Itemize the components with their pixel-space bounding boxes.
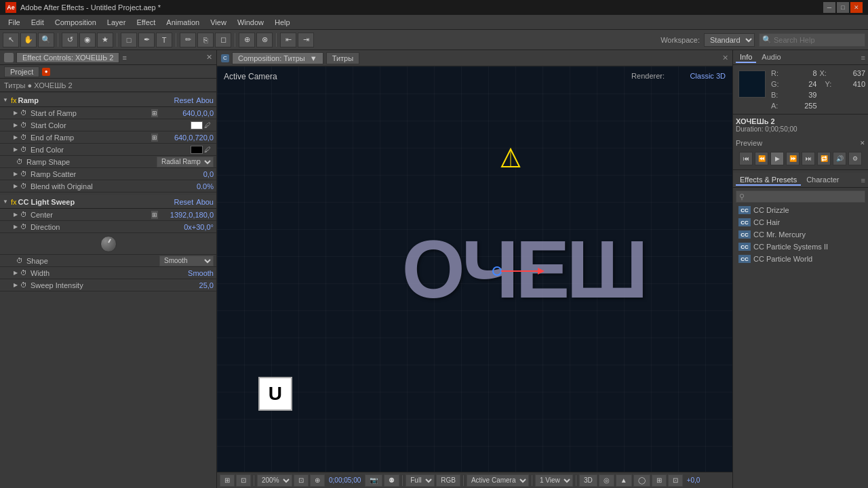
panel-color-btn[interactable] bbox=[4, 53, 14, 62]
roto-tool[interactable]: ⊕ bbox=[239, 33, 255, 47]
ramp-about-btn[interactable]: Abou bbox=[196, 96, 214, 104]
menu-effect[interactable]: Effect bbox=[131, 17, 161, 28]
comp-tab[interactable]: Composition: Титры ▼ bbox=[232, 52, 323, 64]
prev-last-btn[interactable]: ⏭ bbox=[802, 152, 815, 165]
direction-knob[interactable] bbox=[100, 236, 117, 252]
audio-tab[interactable]: Audio bbox=[757, 52, 785, 63]
effect-controls-tab[interactable]: Effect Controls: ХОЧЕШЬ 2 bbox=[16, 52, 119, 63]
close-button[interactable]: ✕ bbox=[850, 2, 863, 13]
select-tool[interactable]: ↖ bbox=[3, 33, 19, 47]
blend-expand[interactable]: ▶ bbox=[14, 183, 18, 189]
camera-tool[interactable]: ◉ bbox=[79, 33, 96, 47]
rect-tool[interactable]: □ bbox=[121, 33, 137, 47]
direction-value[interactable]: 0x+30,0° bbox=[159, 223, 214, 231]
align-right[interactable]: ⇥ bbox=[298, 33, 314, 47]
motion-blur-btn[interactable]: ◎ bbox=[599, 474, 614, 487]
character-tab[interactable]: Character bbox=[802, 175, 843, 186]
renderer-value[interactable]: Classic 3D bbox=[690, 72, 726, 80]
menu-window[interactable]: Window bbox=[232, 17, 269, 28]
project-record-btn[interactable]: ● bbox=[42, 68, 50, 76]
camera-btn[interactable]: 📷 bbox=[365, 474, 382, 487]
center-icon[interactable]: ⊞ bbox=[151, 211, 158, 219]
panel-close-btn[interactable]: ✕ bbox=[206, 53, 212, 62]
direction-stopwatch[interactable]: ⏱ bbox=[20, 223, 28, 231]
zoom-tool[interactable]: 🔍 bbox=[38, 33, 54, 47]
blend-stopwatch[interactable]: ⏱ bbox=[20, 182, 28, 190]
fx-search-input[interactable] bbox=[746, 192, 862, 201]
start-ramp-value[interactable]: 640,0,0,0 bbox=[159, 109, 214, 117]
start-color-eyedropper[interactable]: 🖊 bbox=[204, 121, 211, 129]
cc-reset-btn[interactable]: Reset bbox=[174, 198, 194, 206]
fit-btn[interactable]: ⊡ bbox=[294, 474, 309, 487]
end-ramp-expand[interactable]: ▶ bbox=[14, 134, 18, 140]
region-btn[interactable]: ⊞ bbox=[220, 474, 235, 487]
channels-btn[interactable]: RGB bbox=[436, 474, 460, 487]
comp-dropdown-icon[interactable]: ▼ bbox=[310, 54, 317, 62]
center-stopwatch[interactable]: ⏱ bbox=[20, 211, 28, 219]
puppet-tool[interactable]: ★ bbox=[97, 33, 113, 47]
prev-settings-btn[interactable]: ⚙ bbox=[848, 152, 862, 165]
overdraft-btn[interactable]: ◯ bbox=[633, 474, 650, 487]
end-color-swatch[interactable] bbox=[191, 146, 203, 154]
prev-play-btn[interactable]: ▶ bbox=[770, 152, 784, 165]
fx-cc-hair[interactable]: CC CC Hair bbox=[734, 216, 867, 228]
3d-btn[interactable]: 3D bbox=[579, 474, 597, 487]
start-color-expand[interactable]: ▶ bbox=[14, 122, 18, 128]
width-stopwatch[interactable]: ⏱ bbox=[20, 269, 28, 277]
snap-comp-btn[interactable]: ⊡ bbox=[668, 474, 683, 487]
color-btn[interactable]: ⚉ bbox=[384, 474, 399, 487]
clone-tool[interactable]: ⎘ bbox=[197, 33, 214, 47]
start-ramp-stopwatch[interactable]: ⏱ bbox=[20, 109, 28, 117]
start-ramp-icon[interactable]: ⊞ bbox=[151, 109, 158, 117]
text-tool[interactable]: T bbox=[156, 33, 172, 47]
start-ramp-expand[interactable]: ▶ bbox=[14, 110, 18, 116]
minimize-button[interactable]: ─ bbox=[823, 2, 835, 13]
shape-select[interactable]: Smooth Sharp bbox=[159, 256, 214, 266]
sweep-stopwatch[interactable]: ⏱ bbox=[20, 281, 28, 289]
ramp-scatter-value[interactable]: 0,0 bbox=[159, 170, 214, 178]
end-ramp-stopwatch[interactable]: ⏱ bbox=[20, 134, 28, 142]
draft-btn[interactable]: ▲ bbox=[616, 474, 632, 487]
ramp-scatter-stopwatch[interactable]: ⏱ bbox=[20, 170, 28, 178]
ramp-scatter-expand[interactable]: ▶ bbox=[14, 171, 18, 177]
end-color-expand[interactable]: ▶ bbox=[14, 146, 18, 152]
width-value[interactable]: Smooth bbox=[159, 269, 214, 277]
panel-menu-btn[interactable]: ≡ bbox=[122, 54, 126, 62]
end-color-eyedropper[interactable]: 🖊 bbox=[204, 146, 211, 153]
maximize-button[interactable]: □ bbox=[837, 2, 849, 13]
shape-stopwatch[interactable]: ⏱ bbox=[16, 257, 24, 265]
prev-first-btn[interactable]: ⏮ bbox=[739, 152, 753, 165]
comp-close-btn[interactable]: ✕ bbox=[722, 54, 728, 62]
center-expand[interactable]: ▶ bbox=[14, 211, 18, 218]
project-tab[interactable]: Project bbox=[4, 66, 39, 77]
blend-value[interactable]: 0.0% bbox=[159, 182, 214, 190]
camera-select[interactable]: Active Camera bbox=[467, 474, 529, 487]
rotate-tool[interactable]: ↺ bbox=[62, 33, 78, 47]
eraser-tool[interactable]: ◻ bbox=[215, 33, 231, 47]
menu-animation[interactable]: Animation bbox=[161, 17, 205, 28]
prev-fwd-btn[interactable]: ⏩ bbox=[786, 152, 800, 165]
prev-loop-btn[interactable]: 🔁 bbox=[817, 152, 831, 165]
menu-file[interactable]: File bbox=[3, 17, 26, 28]
start-color-stopwatch[interactable]: ⏱ bbox=[20, 121, 28, 129]
hand-tool[interactable]: ✋ bbox=[20, 33, 37, 47]
prev-back-btn[interactable]: ⏪ bbox=[755, 152, 768, 165]
paint-tool[interactable]: ✏ bbox=[180, 33, 196, 47]
end-color-stopwatch[interactable]: ⏱ bbox=[20, 146, 28, 154]
info-tab[interactable]: Info bbox=[736, 52, 756, 63]
ramp-section-header[interactable]: ▼ fx Ramp Reset Abou bbox=[0, 94, 216, 107]
fx-cc-particle-world[interactable]: CC CC Particle World bbox=[734, 253, 867, 265]
fx-cc-drizzle[interactable]: CC CC Drizzle bbox=[734, 204, 867, 216]
end-ramp-value[interactable]: 640,0,720,0 bbox=[159, 134, 214, 142]
toggle-transparency[interactable]: ⊡ bbox=[236, 474, 251, 487]
zoom-select[interactable]: 200% bbox=[257, 474, 292, 487]
sweep-intensity-value[interactable]: 25,0 bbox=[159, 281, 214, 289]
puppet-pin[interactable]: ⊗ bbox=[256, 33, 273, 47]
view-select[interactable]: 1 View bbox=[535, 474, 573, 487]
width-expand[interactable]: ▶ bbox=[14, 270, 18, 276]
sweep-expand[interactable]: ▶ bbox=[14, 282, 18, 288]
snap-btn[interactable]: ⊕ bbox=[310, 474, 325, 487]
prev-audio-btn[interactable]: 🔊 bbox=[833, 152, 846, 165]
workspace-select[interactable]: Standard bbox=[704, 33, 755, 47]
info-panel-menu[interactable]: ≡ bbox=[861, 54, 865, 62]
